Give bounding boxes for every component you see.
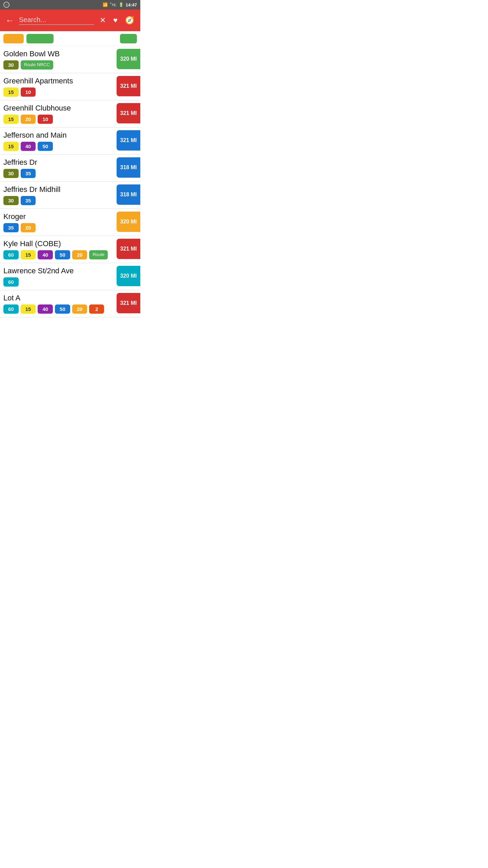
distance-badge: 321 MI	[117, 130, 140, 151]
status-bar: − 📶 ʺrs; 🔋 14:47	[0, 0, 140, 9]
route-tag[interactable]: 20	[72, 250, 87, 259]
list-item[interactable]: Jeffries Dr3035318 MI	[0, 155, 140, 182]
route-tag[interactable]: 40	[21, 142, 36, 151]
route-tag[interactable]: 50	[55, 250, 70, 259]
distance-badge: 321 MI	[117, 103, 140, 123]
search-input-wrap	[19, 16, 94, 25]
list-item[interactable]: Golden Bowl WB30Route NRCC320 MI	[0, 46, 140, 73]
route-tag[interactable]: 50	[38, 142, 53, 151]
route-tag[interactable]: 15	[3, 115, 19, 124]
stop-list: Golden Bowl WB30Route NRCC320 MIGreenhil…	[0, 46, 140, 317]
route-tag[interactable]: 30	[3, 169, 19, 178]
route-tag[interactable]: 40	[38, 304, 53, 314]
signal-icon: ʺrs;	[110, 2, 116, 7]
list-item[interactable]: Kroger3520320 MI	[0, 209, 140, 236]
back-button[interactable]: ←	[4, 14, 16, 27]
route-tag[interactable]: 40	[38, 250, 53, 259]
distance-badge: 321 MI	[117, 293, 140, 313]
route-tag[interactable]: 15	[21, 304, 36, 314]
route-tag[interactable]: 15	[21, 250, 36, 259]
distance-badge: 321 MI	[117, 239, 140, 259]
route-tag[interactable]: 60	[3, 304, 19, 314]
route-tag[interactable]: 35	[21, 169, 36, 178]
list-item[interactable]: Lawrence St/2nd Ave60320 MI	[0, 263, 140, 290]
do-not-disturb-icon: −	[3, 2, 9, 8]
favorite-button[interactable]: ♥	[111, 15, 120, 26]
route-tag[interactable]: 2	[89, 304, 104, 314]
distance-badge: 320 MI	[117, 266, 140, 286]
route-tag[interactable]: 60	[3, 250, 19, 259]
route-tag[interactable]: Route NRCC	[21, 60, 53, 70]
route-tag[interactable]: 15	[3, 87, 19, 97]
list-item[interactable]: Greenhill Clubhouse152010321 MI	[0, 100, 140, 127]
filter-row	[0, 31, 140, 46]
route-tag[interactable]: 30	[3, 60, 19, 70]
route-tag[interactable]: 20	[21, 223, 36, 232]
route-tag[interactable]: 20	[72, 304, 87, 314]
list-item[interactable]: Jefferson and Main154050321 MI	[0, 127, 140, 155]
status-time: 14:47	[126, 2, 137, 7]
route-tag[interactable]: 60	[3, 277, 19, 287]
battery-icon: 🔋	[119, 2, 124, 7]
list-item[interactable]: Jeffries Dr Midhill3035318 MI	[0, 182, 140, 209]
route-tag[interactable]: 10	[21, 87, 36, 97]
list-item[interactable]: Greenhill Apartments1510321 MI	[0, 73, 140, 100]
route-tag[interactable]: 30	[3, 196, 19, 205]
search-header: ← ✕ ♥ 🧭	[0, 9, 140, 31]
route-tag[interactable]: 35	[3, 223, 19, 232]
wifi-icon: 📶	[103, 2, 108, 7]
filter-chip-green2[interactable]	[120, 34, 137, 43]
route-tag[interactable]: 10	[38, 115, 53, 124]
distance-badge: 320 MI	[117, 212, 140, 232]
filter-chip-green[interactable]	[26, 34, 54, 43]
distance-badge: 318 MI	[117, 184, 140, 205]
filter-chip-orange[interactable]	[3, 34, 24, 43]
search-input[interactable]	[19, 16, 94, 24]
distance-badge: 318 MI	[117, 157, 140, 178]
route-tag[interactable]: 20	[21, 115, 36, 124]
route-tag[interactable]: 15	[3, 142, 19, 151]
route-tag[interactable]: 35	[21, 196, 36, 205]
route-tag[interactable]: 50	[55, 304, 70, 314]
list-item[interactable]: Kyle Hall (COBE)6015405020Route321 MI	[0, 236, 140, 263]
list-item[interactable]: Lot A60154050202321 MI	[0, 290, 140, 317]
compass-button[interactable]: 🧭	[123, 15, 136, 26]
distance-badge: 320 MI	[117, 49, 140, 69]
clear-button[interactable]: ✕	[98, 15, 108, 26]
distance-badge: 321 MI	[117, 76, 140, 96]
route-tag[interactable]: Route	[89, 250, 108, 259]
